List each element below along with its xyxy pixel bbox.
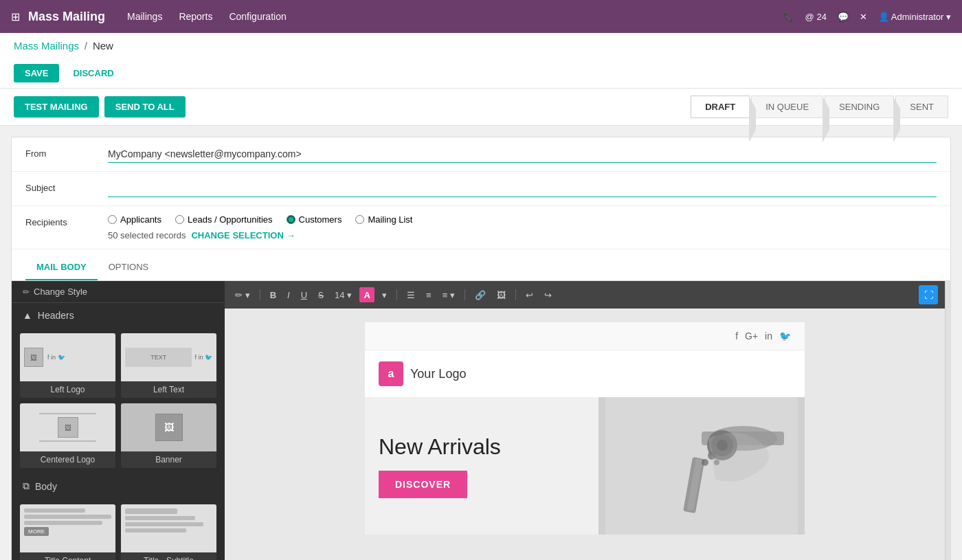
subject-label: Subject [25,180,108,193]
phone-icon[interactable]: 📞 [783,12,794,22]
redo-button[interactable]: ↪ [541,289,555,302]
recipients-row: Recipients Applicants Leads / Opportunit… [12,206,950,249]
centered-logo-preview: 🖼 [20,403,115,451]
body-section: ⧉ Body MORE Tit [12,473,225,560]
nav-reports[interactable]: Reports [179,11,212,22]
nav-configuration[interactable]: Configuration [229,11,286,22]
italic-button[interactable]: I [284,289,293,302]
facebook-icon[interactable]: f [735,331,738,341]
at-count[interactable]: @ 24 [805,12,827,22]
chevron-up-icon: ▲ [23,310,32,321]
left-text-preview: TEXT f in 🐦 [121,333,216,381]
headers-items-grid: 🖼 f in 🐦 Left Logo TEXT f in 🐦 [12,328,225,473]
user-menu[interactable]: 👤 Administrator ▾ [878,12,951,22]
from-row: From [12,137,950,172]
customers-option[interactable]: Customers [287,214,342,225]
change-style-area: ✏ Change Style [12,281,225,303]
expand-button[interactable]: ⛶ [919,285,938,304]
tab-options[interactable]: OPTIONS [98,255,160,280]
editor-main-toolbar: ✏ ▾ B I U S̶ 14 ▾ A ▾ ☰ ≡ ≡ ▾ 🔗 🖼 ↩ [225,281,945,309]
status-sending[interactable]: SENDING [825,96,894,118]
font-size-dropdown[interactable]: 14 ▾ [331,289,355,302]
headers-section: ▲ Headers 🖼 f in 🐦 Left Logo [12,303,225,473]
preview-social-2: f in 🐦 [194,354,212,361]
tab-mail-body[interactable]: MAIL BODY [25,255,98,280]
link-button[interactable]: 🔗 [471,289,489,302]
change-style-label[interactable]: Change Style [34,287,87,297]
leads-radio[interactable] [175,215,184,224]
format-dropdown[interactable]: ✏ ▾ [232,289,254,302]
chat-icon[interactable]: 💬 [838,12,849,22]
centered-logo-label: Centered Logo [20,451,115,468]
mailing-list-radio[interactable] [355,215,364,224]
email-logo-row: a Your Logo [365,350,805,397]
banner-label: Banner [121,451,216,468]
strikethrough-button[interactable]: S̶ [315,289,327,302]
editor-sidebar: ✏ Change Style ▲ Headers 🖼 f in 🐦 [12,281,225,560]
status-in-queue[interactable]: IN QUEUE [751,96,823,118]
subject-row: Subject [12,172,950,206]
left-logo-preview: 🖼 f in 🐦 [20,333,115,381]
mailing-list-option[interactable]: Mailing List [355,214,412,225]
preview-img-box: 🖼 [24,348,43,367]
hero-title: New Arrivals [379,434,585,460]
change-selection-link[interactable]: CHANGE SELECTION → [191,230,295,240]
undo-button[interactable]: ↩ [522,289,537,302]
image-button[interactable]: 🖼 [493,289,509,302]
underline-button[interactable]: U [298,289,311,302]
editor-container: ✏ Change Style ▲ Headers 🖼 f in 🐦 [12,281,950,560]
font-color-dropdown[interactable]: ▾ [379,289,390,302]
from-input[interactable] [108,146,937,163]
banner-preview: 🖼 [121,403,216,451]
bold-button[interactable]: B [267,289,280,302]
discard-button[interactable]: DISCARD [67,64,119,82]
from-value [108,146,937,163]
sidebar-item-centered-logo[interactable]: 🖼 Centered Logo [20,403,115,468]
status-bar: DRAFT IN QUEUE SENDING SENT [691,96,948,118]
email-hero-left: New Arrivals DISCOVER [365,397,599,535]
preview-banner-img: 🖼 [155,414,183,441]
vertical-scrollbar[interactable] [945,281,950,560]
nav-mailings[interactable]: Mailings [127,11,162,22]
title-subtitle-label: Title - Subtitle [121,552,216,560]
sidebar-item-title-content[interactable]: MORE Title Content [20,504,115,560]
test-mailing-button[interactable]: TEST MAILING [14,96,99,117]
email-preview: f G+ in 🐦 a Your Logo New Arrivals [225,309,945,560]
applicants-radio[interactable] [108,215,117,224]
status-sent[interactable]: SENT [895,96,948,118]
unordered-list-button[interactable]: ☰ [403,289,418,302]
breadcrumb-parent[interactable]: Mass Mailings [14,40,79,52]
leads-option[interactable]: Leads / Opportunities [175,214,273,225]
sidebar-item-left-logo[interactable]: 🖼 f in 🐦 Left Logo [20,333,115,398]
app-title: Mass Mailing [28,10,105,24]
sidebar-item-title-subtitle[interactable]: Title - Subtitle [121,504,216,560]
twitter-icon[interactable]: 🐦 [779,331,791,341]
copy-icon: ⧉ [23,480,30,492]
font-color-button[interactable]: A [359,287,374,302]
sidebar-item-banner[interactable]: 🖼 Banner [121,403,216,468]
linkedin-icon[interactable]: in [765,331,772,341]
subject-input[interactable] [108,180,937,197]
breadcrumb: Mass Mailings / New [14,40,948,52]
send-to-all-button[interactable]: SEND TO ALL [104,96,186,117]
sidebar-item-left-text[interactable]: TEXT f in 🐦 Left Text [121,333,216,398]
googleplus-icon[interactable]: G+ [745,331,758,341]
logo-box: a [379,361,403,386]
discover-button[interactable]: DISCOVER [379,471,467,498]
mailing-toolbar: TEST MAILING SEND TO ALL DRAFT IN QUEUE … [0,89,962,126]
text-align-button[interactable]: ≡ ▾ [439,289,458,302]
save-button[interactable]: SAVE [14,64,59,82]
status-draft[interactable]: DRAFT [691,96,750,118]
grid-icon[interactable]: ⊞ [11,10,20,23]
body-items-grid: MORE Title Content [12,499,225,560]
breadcrumb-current: New [93,40,113,52]
applicants-option[interactable]: Applicants [108,214,161,225]
left-logo-label: Left Logo [20,381,115,398]
logo-text: Your Logo [410,367,466,381]
preview-social: f in 🐦 [47,354,65,361]
ordered-list-button[interactable]: ≡ [423,289,435,302]
title-content-preview: MORE [20,504,115,552]
email-canvas: f G+ in 🐦 a Your Logo New Arrivals [365,322,805,535]
close-icon[interactable]: ✕ [860,12,867,22]
customers-radio[interactable] [287,215,295,224]
